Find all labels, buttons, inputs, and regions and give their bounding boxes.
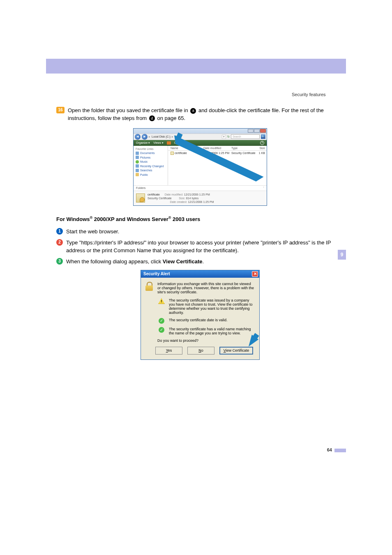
sidebar-heading: Favorite Links xyxy=(136,147,166,150)
ref-bullet-a: a xyxy=(190,108,196,114)
file-name: certificate xyxy=(175,152,187,154)
subsection-heading: For Windows® 2000/XP and Windows Server®… xyxy=(56,216,344,222)
file-size: 1 KB xyxy=(257,152,267,154)
dc-value: 12/21/2006 1:25 PM xyxy=(188,200,214,203)
step-badge-2: 2 xyxy=(56,239,63,246)
step-badge-3: 3 xyxy=(56,258,63,265)
dialog-title: Security Alert xyxy=(143,272,170,276)
t: For Windows xyxy=(56,216,90,222)
dialog-titlebar: Security Alert ✕ xyxy=(141,270,259,278)
help-icon[interactable]: ? xyxy=(260,141,264,145)
view-certificate-button[interactable]: View Certificate xyxy=(219,347,253,355)
dc-label: Date created: xyxy=(170,200,187,203)
dialog-body: Information you exchange with this site … xyxy=(141,278,259,359)
pictures-icon xyxy=(136,156,139,159)
check-icon: ✓ xyxy=(159,327,164,333)
views-menu[interactable]: Views ▾ xyxy=(153,141,164,145)
step-2-text: Type "https://printer's IP address/" int… xyxy=(66,239,344,255)
search-input[interactable]: Search xyxy=(231,134,260,139)
explorer-filelist: Name Date modified Type Size certificate… xyxy=(168,146,267,185)
explorer-titlebar xyxy=(134,129,267,134)
step-1: 1 Start the web browser. xyxy=(56,228,344,236)
sidebar-item-label: Pictures xyxy=(140,156,150,159)
window-buttons xyxy=(248,129,266,133)
dm-label: Date modified: xyxy=(165,193,183,196)
sidebar-item[interactable]: Documents xyxy=(136,152,166,155)
refresh-icon[interactable]: ↻ xyxy=(227,135,230,138)
sidebar-item[interactable]: Searches xyxy=(136,169,166,172)
maximize-button[interactable] xyxy=(254,129,260,133)
col-size[interactable]: Size xyxy=(257,147,267,150)
warn-text: The security certificate was issued by a… xyxy=(169,298,255,315)
page-number: 64 xyxy=(46,447,346,452)
step-3-text: When the following dialog appears, click… xyxy=(66,258,204,266)
col-type[interactable]: Type xyxy=(231,147,257,150)
step-3: 3 When the following dialog appears, cli… xyxy=(56,258,344,266)
sidebar-item[interactable]: Public xyxy=(136,173,166,176)
sidebar-item[interactable]: Pictures xyxy=(136,156,166,159)
no-button[interactable]: No xyxy=(187,347,214,355)
details-name: certificate xyxy=(148,193,160,196)
documents-icon xyxy=(136,152,139,155)
recent-icon xyxy=(136,164,139,168)
certificate-large-icon xyxy=(136,193,145,203)
page-body: 16 Open the folder that you saved the ce… xyxy=(56,107,344,360)
explorer-toolbar: Organize ▾ Views ▾ Open ▾ ? xyxy=(134,140,267,146)
music-icon xyxy=(136,160,139,164)
explorer-sidebar: Favorite Links Documents Pictures Music … xyxy=(134,146,168,185)
chevron-up-icon: ˄ xyxy=(263,187,264,189)
favorite-links-list: Documents Pictures Music Recently Change… xyxy=(136,152,166,177)
close-button[interactable]: ✕ xyxy=(252,271,258,277)
back-button[interactable]: ◄ xyxy=(135,134,141,140)
sidebar-item[interactable]: Music xyxy=(136,160,166,164)
breadcrumb-part[interactable]: Local Disk (C:) xyxy=(152,135,171,138)
sz-label: Size: xyxy=(179,197,185,200)
t: When the following dialog appears, click xyxy=(66,258,163,265)
details-type: Security Certificate xyxy=(148,197,172,200)
file-row[interactable]: certificate 12/21/2006 1:25 PM Security … xyxy=(168,151,267,156)
explorer-navbar: ◄ ► ▸ Local Disk (C:) ▸ Temp ▾ ↻ Search … xyxy=(134,134,267,140)
ok1-text: The security certificate date is valid. xyxy=(169,318,228,324)
step-16-text: Open the folder that you saved the certi… xyxy=(68,107,344,122)
col-date[interactable]: Date modified xyxy=(203,147,231,150)
checks: ! The security certificate was issued by… xyxy=(157,298,255,335)
sidebar-item-label: Documents xyxy=(140,152,154,154)
section-header: Security features xyxy=(292,92,326,97)
ok-row-1: ✓ The security certificate date is valid… xyxy=(157,318,255,324)
explorer-window: ◄ ► ▸ Local Disk (C:) ▸ Temp ▾ ↻ Search … xyxy=(133,128,267,206)
searches-icon xyxy=(136,169,139,172)
folders-pane-header[interactable]: Folders ˄ xyxy=(134,185,267,191)
chapter-tab: 9 xyxy=(338,250,346,260)
intro-text: Information you exchange with this site … xyxy=(157,282,255,294)
step-badge-1: 1 xyxy=(56,228,63,235)
question-text: Do you want to proceed? xyxy=(157,339,255,343)
t: Open the folder that you saved the certi… xyxy=(68,107,189,113)
warning-icon: ! xyxy=(158,298,165,304)
step-16: 16 Open the folder that you saved the ce… xyxy=(56,107,344,122)
forward-button[interactable]: ► xyxy=(142,134,148,140)
warn-row: ! The security certificate was issued by… xyxy=(157,298,255,315)
sidebar-item[interactable]: Recently Changed xyxy=(136,164,166,168)
details-pane: certificate Date modified: 12/21/2006 1:… xyxy=(134,191,267,205)
ref-bullet-d: d xyxy=(149,115,155,121)
certificate-icon xyxy=(171,152,174,155)
intro-row: Information you exchange with this site … xyxy=(145,282,255,294)
chevron-right-icon: ▸ xyxy=(149,135,150,138)
check-icon: ✓ xyxy=(159,318,164,324)
step-badge-16: 16 xyxy=(56,107,65,113)
organize-menu[interactable]: Organize ▾ xyxy=(136,141,150,145)
yes-button[interactable]: Yes xyxy=(155,347,182,355)
addr-dropdown[interactable]: ▾ xyxy=(222,135,226,139)
sidebar-item-label: Recently Changed xyxy=(140,165,164,168)
ok2-text: The security certificate has a valid nam… xyxy=(169,327,255,335)
security-alert-dialog: Security Alert ✕ Information you exchang… xyxy=(141,270,260,360)
sidebar-item-label: Music xyxy=(140,160,148,163)
minimize-button[interactable] xyxy=(248,129,254,133)
t: on page 65. xyxy=(156,115,185,121)
details-text: certificate Date modified: 12/21/2006 1:… xyxy=(148,193,214,204)
close-button[interactable] xyxy=(260,129,266,133)
t: 2000/XP and Windows Server xyxy=(92,216,168,222)
t: 2003 users xyxy=(171,216,200,222)
search-icon[interactable]: 🔍 xyxy=(261,134,265,139)
folders-label: Folders xyxy=(136,187,145,189)
